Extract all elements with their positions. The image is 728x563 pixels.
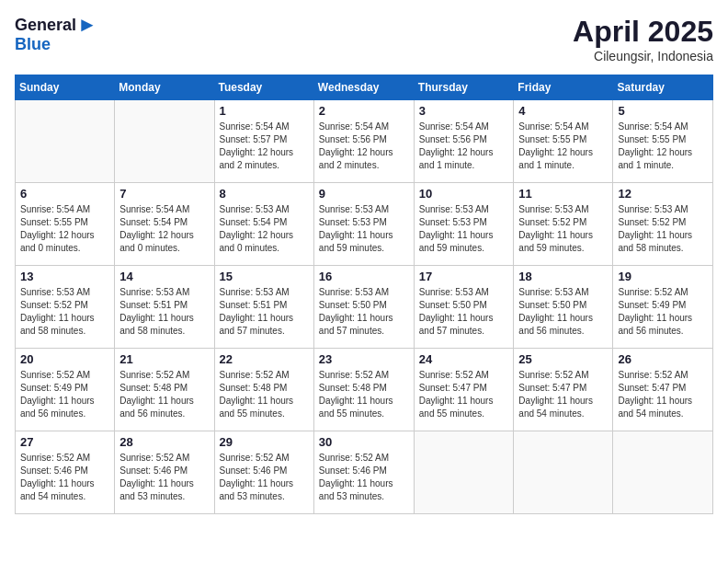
day-number: 17 [419, 270, 509, 283]
day-info: Sunrise: 5:53 AM Sunset: 5:50 PM Dayligh… [319, 286, 409, 338]
calendar-cell [115, 100, 214, 183]
day-info: Sunrise: 5:54 AM Sunset: 5:54 PM Dayligh… [119, 203, 209, 255]
calendar-cell: 20Sunrise: 5:52 AM Sunset: 5:49 PM Dayli… [16, 349, 115, 431]
day-number: 1 [220, 104, 309, 118]
day-number: 10 [419, 187, 509, 201]
day-number: 6 [20, 187, 109, 201]
day-number: 16 [319, 270, 409, 283]
day-number: 23 [319, 352, 409, 366]
calendar-cell: 19Sunrise: 5:52 AM Sunset: 5:49 PM Dayli… [613, 266, 713, 349]
day-info: Sunrise: 5:52 AM Sunset: 5:48 PM Dayligh… [220, 369, 309, 420]
day-number: 20 [20, 352, 109, 366]
calendar-header-sunday: Sunday [16, 75, 115, 100]
day-info: Sunrise: 5:54 AM Sunset: 5:55 PM Dayligh… [518, 121, 608, 172]
logo-blue: Blue [15, 35, 51, 53]
day-number: 12 [618, 187, 708, 201]
calendar-cell: 2Sunrise: 5:54 AM Sunset: 5:56 PM Daylig… [313, 100, 414, 183]
calendar-header-row: SundayMondayTuesdayWednesdayThursdayFrid… [16, 75, 713, 100]
calendar-cell: 23Sunrise: 5:52 AM Sunset: 5:48 PM Dayli… [313, 349, 414, 431]
calendar-cell: 6Sunrise: 5:54 AM Sunset: 5:55 PM Daylig… [16, 183, 115, 266]
day-info: Sunrise: 5:52 AM Sunset: 5:46 PM Dayligh… [220, 452, 309, 503]
calendar-week-4: 20Sunrise: 5:52 AM Sunset: 5:49 PM Dayli… [16, 349, 713, 431]
day-info: Sunrise: 5:53 AM Sunset: 5:52 PM Dayligh… [618, 203, 708, 255]
calendar-cell [514, 431, 613, 514]
day-number: 25 [518, 352, 608, 366]
calendar-cell: 22Sunrise: 5:52 AM Sunset: 5:48 PM Dayli… [214, 349, 313, 431]
day-info: Sunrise: 5:52 AM Sunset: 5:47 PM Dayligh… [618, 369, 708, 420]
calendar-cell: 1Sunrise: 5:54 AM Sunset: 5:57 PM Daylig… [214, 100, 313, 183]
day-info: Sunrise: 5:54 AM Sunset: 5:56 PM Dayligh… [419, 121, 509, 172]
day-number: 7 [119, 187, 209, 201]
day-info: Sunrise: 5:53 AM Sunset: 5:51 PM Dayligh… [119, 286, 209, 338]
day-info: Sunrise: 5:54 AM Sunset: 5:57 PM Dayligh… [220, 121, 309, 172]
day-info: Sunrise: 5:52 AM Sunset: 5:48 PM Dayligh… [119, 369, 209, 420]
day-info: Sunrise: 5:54 AM Sunset: 5:55 PM Dayligh… [20, 203, 109, 255]
day-info: Sunrise: 5:52 AM Sunset: 5:47 PM Dayligh… [419, 369, 509, 420]
calendar-week-3: 13Sunrise: 5:53 AM Sunset: 5:52 PM Dayli… [16, 266, 713, 349]
day-info: Sunrise: 5:52 AM Sunset: 5:49 PM Dayligh… [618, 286, 708, 338]
day-number: 18 [518, 270, 608, 283]
calendar-body: 1Sunrise: 5:54 AM Sunset: 5:57 PM Daylig… [16, 100, 713, 514]
day-info: Sunrise: 5:52 AM Sunset: 5:49 PM Dayligh… [20, 369, 109, 420]
calendar-header-saturday: Saturday [613, 75, 713, 100]
calendar-week-1: 1Sunrise: 5:54 AM Sunset: 5:57 PM Daylig… [16, 100, 713, 183]
day-number: 19 [618, 270, 708, 283]
calendar-cell: 11Sunrise: 5:53 AM Sunset: 5:52 PM Dayli… [514, 183, 613, 266]
calendar-cell [613, 431, 713, 514]
day-info: Sunrise: 5:53 AM Sunset: 5:53 PM Dayligh… [319, 203, 409, 255]
day-info: Sunrise: 5:53 AM Sunset: 5:50 PM Dayligh… [419, 286, 509, 338]
calendar-cell: 14Sunrise: 5:53 AM Sunset: 5:51 PM Dayli… [115, 266, 214, 349]
location: Cileungsir, Indonesia [573, 49, 713, 63]
day-number: 27 [20, 435, 109, 449]
day-number: 11 [518, 187, 608, 201]
calendar-cell: 13Sunrise: 5:53 AM Sunset: 5:52 PM Dayli… [16, 266, 115, 349]
day-number: 2 [319, 104, 409, 118]
day-info: Sunrise: 5:54 AM Sunset: 5:55 PM Dayligh… [618, 121, 708, 172]
day-number: 22 [220, 352, 309, 366]
day-info: Sunrise: 5:52 AM Sunset: 5:47 PM Dayligh… [518, 369, 608, 420]
day-number: 24 [419, 352, 509, 366]
day-number: 8 [220, 187, 309, 201]
calendar-cell: 5Sunrise: 5:54 AM Sunset: 5:55 PM Daylig… [613, 100, 713, 183]
logo-icon: ► [77, 15, 97, 35]
month-title: April 2025 [573, 15, 713, 49]
logo: General ► Blue [15, 15, 97, 54]
day-info: Sunrise: 5:52 AM Sunset: 5:46 PM Dayligh… [319, 452, 409, 503]
day-number: 4 [518, 104, 608, 118]
day-info: Sunrise: 5:52 AM Sunset: 5:46 PM Dayligh… [20, 452, 109, 503]
day-info: Sunrise: 5:54 AM Sunset: 5:56 PM Dayligh… [319, 121, 409, 172]
day-number: 9 [319, 187, 409, 201]
title-section: April 2025 Cileungsir, Indonesia [573, 15, 713, 63]
calendar-cell: 16Sunrise: 5:53 AM Sunset: 5:50 PM Dayli… [313, 266, 414, 349]
day-info: Sunrise: 5:53 AM Sunset: 5:50 PM Dayligh… [518, 286, 608, 338]
day-number: 29 [220, 435, 309, 449]
page-header: General ► Blue April 2025 Cileungsir, In… [15, 15, 713, 63]
day-info: Sunrise: 5:53 AM Sunset: 5:54 PM Dayligh… [220, 203, 309, 255]
logo-general: General [15, 16, 76, 35]
day-info: Sunrise: 5:53 AM Sunset: 5:53 PM Dayligh… [419, 203, 509, 255]
day-number: 21 [119, 352, 209, 366]
calendar-header-thursday: Thursday [414, 75, 514, 100]
calendar-cell: 15Sunrise: 5:53 AM Sunset: 5:51 PM Dayli… [214, 266, 313, 349]
calendar-header-monday: Monday [115, 75, 214, 100]
calendar-cell: 8Sunrise: 5:53 AM Sunset: 5:54 PM Daylig… [214, 183, 313, 266]
calendar-cell: 29Sunrise: 5:52 AM Sunset: 5:46 PM Dayli… [214, 431, 313, 514]
calendar-cell: 10Sunrise: 5:53 AM Sunset: 5:53 PM Dayli… [414, 183, 514, 266]
day-number: 5 [618, 104, 708, 118]
calendar-cell: 4Sunrise: 5:54 AM Sunset: 5:55 PM Daylig… [514, 100, 613, 183]
calendar-cell: 27Sunrise: 5:52 AM Sunset: 5:46 PM Dayli… [16, 431, 115, 514]
calendar-cell: 9Sunrise: 5:53 AM Sunset: 5:53 PM Daylig… [313, 183, 414, 266]
day-number: 15 [220, 270, 309, 283]
calendar-header-tuesday: Tuesday [214, 75, 313, 100]
calendar-cell: 21Sunrise: 5:52 AM Sunset: 5:48 PM Dayli… [115, 349, 214, 431]
calendar-cell: 30Sunrise: 5:52 AM Sunset: 5:46 PM Dayli… [313, 431, 414, 514]
day-info: Sunrise: 5:53 AM Sunset: 5:52 PM Dayligh… [518, 203, 608, 255]
day-number: 26 [618, 352, 708, 366]
calendar-header-wednesday: Wednesday [313, 75, 414, 100]
calendar-cell: 17Sunrise: 5:53 AM Sunset: 5:50 PM Dayli… [414, 266, 514, 349]
day-info: Sunrise: 5:53 AM Sunset: 5:52 PM Dayligh… [20, 286, 109, 338]
calendar-cell [16, 100, 115, 183]
day-info: Sunrise: 5:53 AM Sunset: 5:51 PM Dayligh… [220, 286, 309, 338]
calendar-cell: 7Sunrise: 5:54 AM Sunset: 5:54 PM Daylig… [115, 183, 214, 266]
day-info: Sunrise: 5:52 AM Sunset: 5:48 PM Dayligh… [319, 369, 409, 420]
